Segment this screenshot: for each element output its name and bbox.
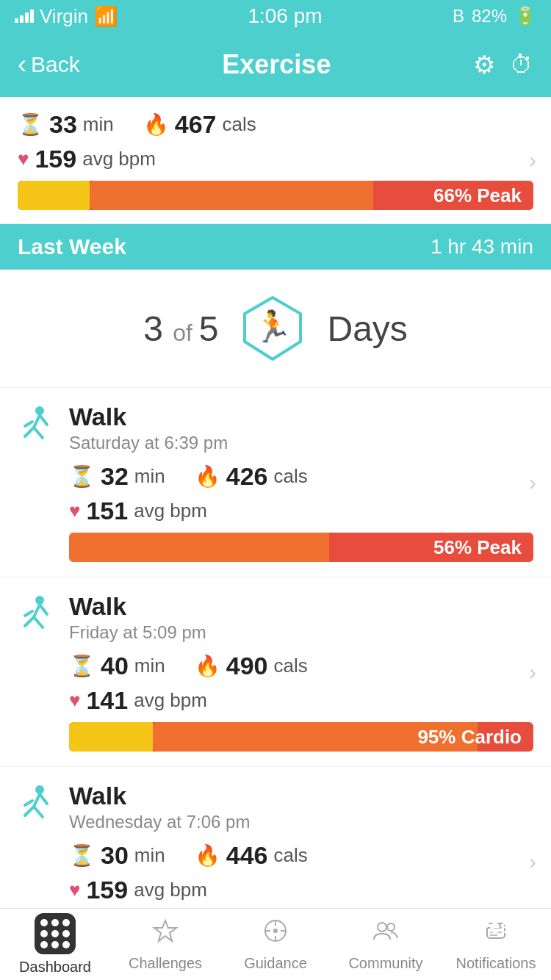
ex2-stat-row-2: ♥ 141 avg bpm xyxy=(69,686,533,715)
ex2-hr-value: 141 xyxy=(86,686,128,715)
back-button[interactable]: ‹ Back xyxy=(18,49,80,80)
top-calories-value: 467 xyxy=(175,110,217,139)
exercise-info-2: Walk Friday at 5:09 pm xyxy=(69,592,533,643)
goal-total: 5 xyxy=(199,309,219,348)
nav-guidance[interactable]: Guidance xyxy=(220,918,331,972)
fire-icon: 🔥 xyxy=(143,112,169,137)
ex3-stat-row-2: ♥ 159 avg bpm xyxy=(69,876,533,904)
heart-icon-2: ♥ xyxy=(69,689,80,712)
exercise-item-2[interactable]: Walk Friday at 5:09 pm ⏳ 40 min 🔥 490 ca… xyxy=(0,577,551,767)
last-week-title: Last Week xyxy=(18,234,126,259)
timer-icon[interactable]: ⏱ xyxy=(510,51,533,79)
exercise-header-3: Walk Wednesday at 7:06 pm xyxy=(18,782,533,834)
ex2-calories-value: 490 xyxy=(226,652,268,680)
svg-line-18 xyxy=(25,801,32,805)
walk-icon-3 xyxy=(18,785,54,834)
top-heartrate-stat: ♥ 159 avg bpm xyxy=(18,145,156,173)
ex1-duration-unit: min xyxy=(134,465,165,488)
svg-marker-19 xyxy=(154,920,176,941)
goal-days: Days xyxy=(327,309,407,349)
goal-separator: of xyxy=(173,320,199,346)
walk-icon-2 xyxy=(18,595,54,644)
nav-icons: ⚙ ⏱ xyxy=(473,50,533,79)
ex1-calories-value: 426 xyxy=(226,462,268,491)
clock-icon: ⏳ xyxy=(18,112,43,137)
ex2-progress-bar: 95% Cardio xyxy=(69,722,533,752)
ex3-heartrate: ♥ 159 avg bpm xyxy=(69,876,207,904)
svg-line-15 xyxy=(25,807,34,815)
chevron-right-icon-1: › xyxy=(529,470,536,495)
top-heartrate-unit: avg bpm xyxy=(82,148,156,170)
wifi-icon: 📶 xyxy=(94,5,118,28)
svg-line-9 xyxy=(25,617,34,626)
exercise-info-1: Walk Saturday at 6:39 pm xyxy=(69,403,533,453)
ex2-progress-label: 95% Cardio xyxy=(417,726,522,749)
ex2-calories: 🔥 490 cals xyxy=(195,652,308,680)
exercise-header-2: Walk Friday at 5:09 pm xyxy=(18,592,533,644)
top-calories-unit: cals xyxy=(222,113,256,136)
svg-point-26 xyxy=(378,923,386,932)
nav-community[interactable]: Community xyxy=(331,918,441,972)
nav-challenges[interactable]: Challenges xyxy=(110,918,220,972)
bluetooth-icon: B xyxy=(453,6,464,26)
content-area: ⏳ 33 min 🔥 467 cals ♥ 159 avg bpm 66% Pe… xyxy=(0,97,551,980)
last-week-header: Last Week 1 hr 43 min xyxy=(0,224,551,270)
clock-icon-3: ⏳ xyxy=(69,843,95,868)
ex3-hr-unit: avg bpm xyxy=(134,879,207,901)
svg-line-10 xyxy=(34,617,43,627)
exercise-name-3: Walk xyxy=(69,782,533,810)
goal-count: 3 of 5 xyxy=(143,309,218,349)
heart-icon: ♥ xyxy=(18,148,29,170)
ex3-calories: 🔥 446 cals xyxy=(195,841,308,870)
svg-point-27 xyxy=(387,923,395,931)
carrier-label: Virgin xyxy=(40,5,88,28)
nav-bar: ‹ Back Exercise ⚙ ⏱ xyxy=(0,32,551,97)
clock-icon-2: ⏳ xyxy=(69,654,95,678)
nav-community-label: Community xyxy=(348,955,422,972)
nav-dashboard[interactable]: Dashboard xyxy=(0,913,110,976)
back-chevron-icon: ‹ xyxy=(18,49,26,80)
dashboard-dots-grid xyxy=(35,913,76,954)
nav-challenges-label: Challenges xyxy=(129,955,202,972)
ex1-calories: 🔥 426 cals xyxy=(195,462,308,491)
top-duration-value: 33 xyxy=(49,110,77,139)
ex1-heartrate: ♥ 151 avg bpm xyxy=(69,497,207,525)
ex1-progress: 56% Peak xyxy=(69,533,533,562)
svg-text:🏃: 🏃 xyxy=(253,309,292,345)
settings-icon[interactable]: ⚙ xyxy=(473,50,495,79)
heart-icon-1: ♥ xyxy=(69,500,80,522)
svg-line-8 xyxy=(34,605,40,617)
top-calories-stat: 🔥 467 cals xyxy=(143,110,256,139)
svg-line-6 xyxy=(25,422,32,426)
top-exercise-card[interactable]: ⏳ 33 min 🔥 467 cals ♥ 159 avg bpm 66% Pe… xyxy=(0,97,551,224)
ex2-duration-value: 40 xyxy=(101,652,129,680)
page-title: Exercise xyxy=(222,49,331,80)
ex2-progress: 95% Cardio xyxy=(69,722,533,752)
ex1-hr-unit: avg bpm xyxy=(134,500,207,522)
nav-notifications-label: Notifications xyxy=(456,955,536,972)
top-progress-label: 66% Peak xyxy=(433,184,522,207)
exercise-time-2: Friday at 5:09 pm xyxy=(69,622,533,643)
ex3-duration: ⏳ 30 min xyxy=(69,841,165,870)
top-heartrate-value: 159 xyxy=(35,145,76,173)
back-label: Back xyxy=(31,52,80,77)
svg-line-4 xyxy=(34,428,43,438)
walk-icon-1 xyxy=(18,406,54,455)
exercise-item-1[interactable]: Walk Saturday at 6:39 pm ⏳ 32 min 🔥 426 … xyxy=(0,388,551,577)
top-stat-row-2: ♥ 159 avg bpm xyxy=(18,145,533,173)
ex3-calories-unit: cals xyxy=(273,844,307,867)
ex2-duration: ⏳ 40 min xyxy=(69,652,165,680)
ex1-progress-bar: 56% Peak xyxy=(69,533,533,562)
exercise-time-1: Saturday at 6:39 pm xyxy=(69,433,533,453)
ex1-stat-row-2: ♥ 151 avg bpm xyxy=(69,497,533,525)
ex2-hr-unit: avg bpm xyxy=(134,689,207,712)
goal-section: 3 of 5 🏃 Days xyxy=(0,270,551,388)
ex3-duration-value: 30 xyxy=(101,841,129,870)
ex3-stat-row-1: ⏳ 30 min 🔥 446 cals xyxy=(69,841,533,870)
svg-line-14 xyxy=(34,794,40,807)
chevron-right-icon-3: › xyxy=(529,849,536,874)
last-week-total: 1 hr 43 min xyxy=(431,235,533,259)
exercise-info-3: Walk Wednesday at 7:06 pm xyxy=(69,782,533,832)
ex1-duration: ⏳ 32 min xyxy=(69,462,165,491)
ex1-calories-unit: cals xyxy=(273,465,307,488)
